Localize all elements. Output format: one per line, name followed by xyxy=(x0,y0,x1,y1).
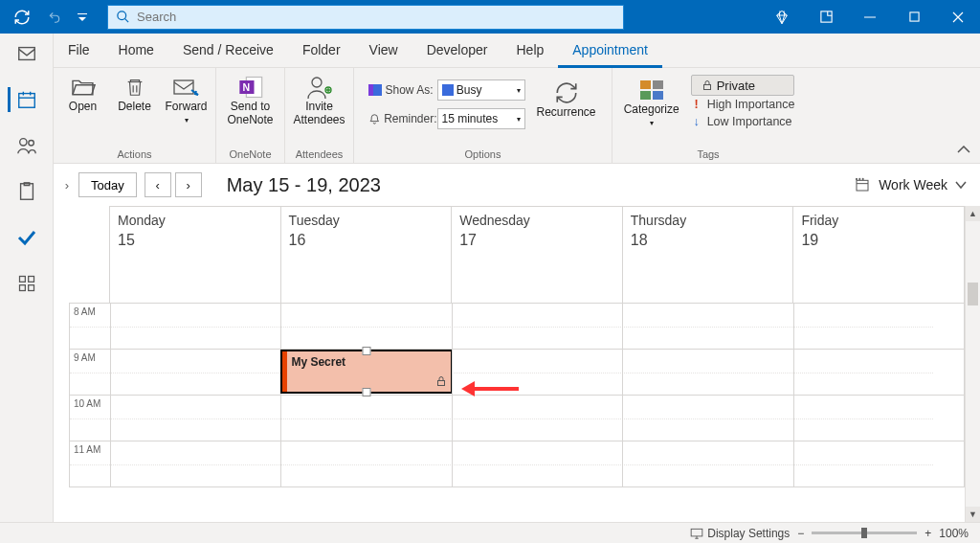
high-importance-button[interactable]: !High Importance xyxy=(691,96,795,113)
svg-point-18 xyxy=(312,78,322,87)
day-header-thu[interactable]: Thursday18 xyxy=(623,207,794,303)
zoom-slider-thumb[interactable] xyxy=(861,528,867,538)
svg-rect-23 xyxy=(640,80,651,89)
sync-icon[interactable] xyxy=(10,5,34,30)
scroll-thumb[interactable] xyxy=(968,283,978,305)
private-label: Private xyxy=(717,79,755,93)
calendar-event[interactable]: My Secret xyxy=(280,350,452,394)
svg-rect-3 xyxy=(909,12,918,21)
prev-week-button[interactable]: ‹ xyxy=(145,172,171,197)
rail-mail[interactable] xyxy=(8,35,46,72)
display-settings-button[interactable]: Display Settings xyxy=(690,527,790,540)
invite-attendees-button[interactable]: Invite Attendees xyxy=(291,72,348,127)
ribbon-tabs: File Home Send / Receive Folder View Dev… xyxy=(54,34,980,68)
ribbon-collapse-icon[interactable] xyxy=(957,144,970,158)
day-header-mon[interactable]: Monday15 xyxy=(110,207,281,303)
svg-rect-25 xyxy=(640,91,651,100)
tags-group-label: Tags xyxy=(612,148,804,160)
open-label: Open xyxy=(69,101,97,114)
day-header-wed[interactable]: Wednesday17 xyxy=(452,207,623,303)
tab-sendreceive[interactable]: Send / Receive xyxy=(168,34,288,68)
tab-help[interactable]: Help xyxy=(501,34,558,68)
invite-label: Invite Attendees xyxy=(291,101,348,127)
zoom-slider[interactable] xyxy=(812,532,917,534)
send-to-onenote-label: Send to OneNote xyxy=(222,101,279,127)
onenote-group-label: OneNote xyxy=(216,148,284,160)
tab-folder[interactable]: Folder xyxy=(288,34,355,68)
rail-people[interactable] xyxy=(8,127,46,164)
tab-file[interactable]: File xyxy=(54,34,104,68)
zoom-level: 100% xyxy=(939,527,969,540)
resize-handle-bottom[interactable] xyxy=(363,388,371,396)
svg-point-1 xyxy=(117,11,125,20)
tab-appointment[interactable]: Appointment xyxy=(558,34,662,68)
search-input[interactable] xyxy=(137,10,623,24)
monitor-icon xyxy=(690,528,703,539)
svg-rect-11 xyxy=(28,277,33,283)
svg-rect-32 xyxy=(437,381,444,386)
day-column-thu[interactable] xyxy=(622,304,792,486)
tab-view[interactable]: View xyxy=(355,34,412,68)
rail-todo[interactable] xyxy=(8,219,46,256)
svg-rect-28 xyxy=(857,180,868,191)
svg-rect-27 xyxy=(703,85,710,90)
time-label: 10 AM xyxy=(70,396,110,441)
recurrence-icon xyxy=(551,81,582,104)
rail-tasks[interactable] xyxy=(8,173,46,210)
forward-label: Forward xyxy=(165,101,207,114)
scroll-up-button[interactable]: ▲ xyxy=(966,206,980,221)
delete-button[interactable]: Delete xyxy=(111,72,159,114)
pane-collapse-icon[interactable]: › xyxy=(57,178,77,192)
rail-apps[interactable] xyxy=(8,265,46,302)
forward-button[interactable]: Forward ▾ xyxy=(163,72,211,124)
svg-rect-12 xyxy=(19,285,25,291)
zoom-in-button[interactable]: + xyxy=(924,527,931,540)
maximize-button[interactable] xyxy=(892,0,936,34)
next-week-button[interactable]: › xyxy=(175,172,202,197)
show-as-select[interactable]: Busy▾ xyxy=(437,79,525,101)
zoom-out-button[interactable]: − xyxy=(797,527,804,540)
open-button[interactable]: Open xyxy=(59,72,107,114)
reminder-select[interactable]: 15 minutes▾ xyxy=(437,108,525,129)
day-column-fri[interactable] xyxy=(793,304,964,486)
recurrence-button[interactable]: Recurrence xyxy=(535,78,598,120)
event-status-bar xyxy=(282,351,287,392)
view-mode-select[interactable]: Work Week xyxy=(854,177,967,192)
busy-swatch-icon xyxy=(442,84,454,96)
time-label: 11 AM xyxy=(70,441,110,487)
private-button[interactable]: Private xyxy=(691,75,795,96)
resize-handle-top[interactable] xyxy=(363,347,371,355)
tab-home[interactable]: Home xyxy=(104,34,168,68)
svg-rect-5 xyxy=(18,94,34,108)
tab-developer[interactable]: Developer xyxy=(412,34,502,68)
svg-text:N: N xyxy=(242,81,250,93)
svg-point-29 xyxy=(856,178,857,179)
day-column-wed[interactable] xyxy=(452,304,622,486)
premium-icon[interactable] xyxy=(760,0,804,34)
categorize-button[interactable]: Categorize ▾ xyxy=(622,75,681,127)
day-column-mon[interactable] xyxy=(110,304,280,486)
options-group-label: Options xyxy=(354,148,612,160)
qat-dropdown-icon[interactable] xyxy=(75,5,90,30)
search-box[interactable] xyxy=(107,5,624,30)
show-as-value: Busy xyxy=(457,83,482,97)
day-header-fri[interactable]: Friday19 xyxy=(793,207,964,303)
vertical-scrollbar[interactable]: ▲ ▼ xyxy=(965,206,980,522)
svg-rect-21 xyxy=(368,84,373,96)
svg-rect-13 xyxy=(28,285,33,291)
day-column-tue[interactable]: My Secret xyxy=(280,304,451,486)
rail-calendar[interactable] xyxy=(8,81,46,118)
close-button[interactable] xyxy=(936,0,980,34)
svg-rect-0 xyxy=(78,13,87,14)
scroll-down-button[interactable]: ▼ xyxy=(966,507,980,522)
low-importance-button[interactable]: ↓Low Importance xyxy=(691,113,795,130)
send-to-onenote-button[interactable]: N Send to OneNote xyxy=(222,72,279,127)
attendees-icon xyxy=(304,76,335,99)
day-header-tue[interactable]: Tuesday16 xyxy=(281,207,453,303)
trash-icon xyxy=(120,76,150,99)
minimize-button[interactable] xyxy=(848,0,892,34)
display-settings-label: Display Settings xyxy=(707,527,790,540)
window-mode-icon[interactable] xyxy=(804,0,848,34)
undo-icon[interactable] xyxy=(42,5,67,30)
today-button[interactable]: Today xyxy=(78,172,137,197)
